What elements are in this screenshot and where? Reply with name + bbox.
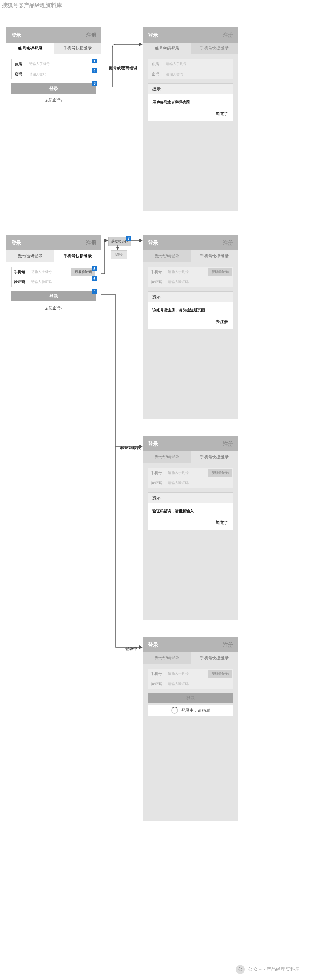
forgot-link[interactable]: 忘记密码? bbox=[11, 98, 96, 103]
input-code: 请输入验证码 bbox=[165, 280, 233, 285]
marker-2: 2 bbox=[92, 68, 96, 73]
input-account[interactable]: 请输入手机号 bbox=[26, 62, 96, 67]
marker-7: 7 bbox=[126, 236, 131, 241]
label-phone: 手机号 bbox=[149, 671, 165, 676]
header-login[interactable]: 登录 bbox=[11, 32, 21, 38]
label-bad-account: 账号或密码错误 bbox=[109, 65, 138, 71]
input-password: 请输入密码 bbox=[163, 72, 233, 76]
header: 登录 注册 bbox=[6, 28, 101, 43]
notice-title: 提示 bbox=[149, 291, 233, 302]
tab-password[interactable]: 账号密码登录 bbox=[6, 250, 54, 262]
tab-password[interactable]: 账号密码登录 bbox=[6, 43, 54, 54]
tabs: 账号密码登录 手机号快捷登录 bbox=[6, 250, 101, 262]
login-button-label: 登录 bbox=[49, 293, 58, 299]
header: 登录 注册 bbox=[143, 235, 238, 250]
input-phone: 请输入手机号 bbox=[165, 269, 208, 274]
notice-body: 验证码错误，请重新输入 bbox=[149, 503, 233, 517]
body: 手机号 请输入手机号 获取验证码 验证码 请输入验证码 提示 验证码错误，请重新… bbox=[143, 463, 238, 535]
row-code: 验证码 请输入验证码 bbox=[148, 478, 233, 488]
header-login: 登录 bbox=[148, 32, 158, 38]
float-getcode-label: 获取验证码 bbox=[111, 239, 128, 243]
notice-action[interactable]: 知道了 bbox=[149, 517, 233, 530]
input-code: 请输入验证码 bbox=[165, 682, 233, 686]
input-account: 请输入手机号 bbox=[163, 62, 233, 67]
row-phone: 手机号 请输入手机号 获取验证码 bbox=[148, 267, 233, 277]
input-code: 请输入验证码 bbox=[165, 480, 233, 485]
forgot-link[interactable]: 忘记密码? bbox=[11, 305, 96, 311]
tabs: 账号密码登录 手机号快捷登录 bbox=[143, 652, 238, 664]
tab-sms[interactable]: 手机号快捷登录 bbox=[54, 43, 101, 54]
login-button-label: 登录 bbox=[186, 695, 195, 702]
label-logging-in: 登录中 bbox=[125, 646, 138, 652]
login-button[interactable]: 登录 4 bbox=[11, 291, 96, 301]
input-phone: 请输入手机号 bbox=[165, 471, 208, 475]
label-code: 验证码 bbox=[149, 480, 165, 485]
tab-sms: 手机号快捷登录 bbox=[191, 652, 238, 664]
loading-text: 登录中，请稍后 bbox=[181, 708, 210, 713]
loading-bar: 登录中，请稍后 bbox=[148, 705, 233, 716]
header-register[interactable]: 注册 bbox=[86, 240, 96, 246]
label-phone: 手机号 bbox=[149, 269, 165, 275]
row-phone: 手机号 请输入手机号 获取验证码 5 bbox=[11, 267, 96, 277]
tab-sms: 手机号快捷登录 bbox=[191, 250, 238, 262]
getcode-button: 获取验证码 bbox=[208, 469, 232, 477]
body: 账号 请输入手机号 密码 请输入密码 提示 用户账号或者密码错误 知道了 bbox=[143, 54, 238, 126]
notice-bad-account: 提示 用户账号或者密码错误 知道了 bbox=[148, 83, 233, 121]
header-login[interactable]: 登录 bbox=[11, 240, 21, 246]
screen-password-login: 登录 注册 账号密码登录 手机号快捷登录 账号 请输入手机号 1 密码 请输入密… bbox=[6, 27, 101, 211]
screen-sms-login: 登录 注册 账号密码登录 手机号快捷登录 手机号 请输入手机号 获取验证码 5 … bbox=[6, 235, 101, 419]
notice-title: 提示 bbox=[149, 493, 233, 503]
header: 登录 注册 bbox=[6, 235, 101, 250]
body: 账号 请输入手机号 1 密码 请输入密码 2 登录 3 忘记密码? bbox=[6, 54, 101, 108]
row-code: 验证码 请输入验证码 bbox=[148, 679, 233, 689]
header: 登录 注册 bbox=[143, 637, 238, 652]
header-login: 登录 bbox=[148, 642, 158, 648]
tab-password: 账号密码登录 bbox=[143, 451, 191, 463]
header-register: 注册 bbox=[223, 240, 233, 246]
input-phone: 请输入手机号 bbox=[165, 671, 208, 676]
label-account: 账号 bbox=[149, 62, 163, 67]
tab-password: 账号密码登录 bbox=[143, 43, 191, 54]
row-code: 验证码 请输入验证码 6 bbox=[11, 277, 96, 287]
header-register: 注册 bbox=[223, 441, 233, 447]
tab-sms[interactable]: 手机号快捷登录 bbox=[54, 250, 101, 262]
label-code: 验证码 bbox=[149, 681, 165, 686]
getcode-button: 获取验证码 bbox=[208, 269, 232, 275]
login-button-disabled: 登录 bbox=[148, 693, 233, 703]
body: 手机号 请输入手机号 获取验证码 5 验证码 请输入验证码 6 登录 4 忘记密… bbox=[6, 262, 101, 315]
tab-password: 账号密码登录 bbox=[143, 652, 191, 664]
input-phone[interactable]: 请输入手机号 bbox=[28, 269, 71, 274]
marker-6: 6 bbox=[92, 276, 96, 281]
body: 手机号 请输入手机号 获取验证码 验证码 请输入验证码 登录 登录中，请稍后 bbox=[143, 664, 238, 721]
screen-sms-notreg: 登录 注册 账号密码登录 手机号快捷登录 手机号 请输入手机号 获取验证码 验证… bbox=[143, 235, 238, 419]
label-bad-code: 验证码错误 bbox=[120, 445, 141, 451]
label-code: 验证码 bbox=[11, 279, 28, 285]
screen-sms-loading: 登录 注册 账号密码登录 手机号快捷登录 手机号 请输入手机号 获取验证码 验证… bbox=[143, 637, 238, 821]
label-password: 密码 bbox=[149, 72, 163, 76]
watermark-bottom: 公 公众号 · 产品经理资料库 bbox=[236, 965, 300, 974]
wechat-icon: 公 bbox=[236, 965, 245, 974]
header-register: 注册 bbox=[223, 642, 233, 648]
notice-action[interactable]: 知道了 bbox=[149, 108, 233, 121]
notice-action[interactable]: 去注册 bbox=[149, 316, 233, 329]
header-register[interactable]: 注册 bbox=[86, 32, 96, 38]
tabs: 账号密码登录 手机号快捷登录 bbox=[143, 250, 238, 262]
getcode-button: 获取验证码 bbox=[208, 670, 232, 678]
tab-password: 账号密码登录 bbox=[143, 250, 191, 262]
tab-sms: 手机号快捷登录 bbox=[191, 43, 238, 54]
row-account: 账号 请输入手机号 1 bbox=[11, 59, 96, 69]
tabs: 账号密码登录 手机号快捷登录 bbox=[6, 43, 101, 54]
label-password: 密码 bbox=[11, 72, 26, 76]
spinner-icon bbox=[171, 707, 178, 714]
header-login: 登录 bbox=[148, 240, 158, 246]
label-phone: 手机号 bbox=[11, 269, 28, 275]
marker-5: 5 bbox=[92, 266, 96, 271]
input-password[interactable]: 请输入密码 bbox=[26, 72, 96, 76]
label-code: 验证码 bbox=[149, 279, 165, 285]
header-register: 注册 bbox=[223, 32, 233, 38]
label-account: 账号 bbox=[11, 62, 26, 67]
notice-title: 提示 bbox=[149, 84, 233, 94]
header: 登录 注册 bbox=[143, 28, 238, 43]
input-code[interactable]: 请输入验证码 bbox=[28, 280, 96, 285]
login-button[interactable]: 登录 3 bbox=[11, 83, 96, 94]
